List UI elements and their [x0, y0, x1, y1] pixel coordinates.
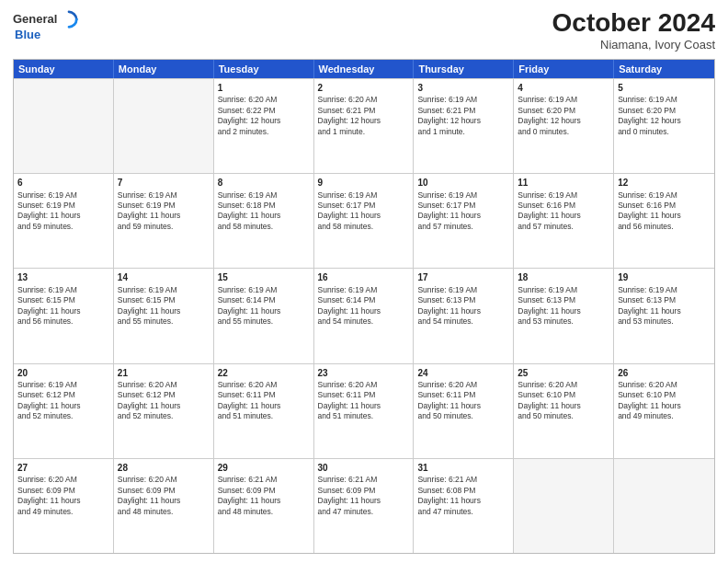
cell-info-line: Daylight: 11 hours: [218, 211, 310, 221]
day-number: 1: [218, 82, 310, 95]
cell-info-line: Daylight: 11 hours: [17, 306, 109, 316]
cell-info-line: and 53 minutes.: [518, 316, 609, 327]
day-number: 13: [17, 271, 109, 284]
calendar-cell: 28Sunrise: 6:20 AMSunset: 6:09 PMDayligh…: [114, 459, 214, 553]
calendar-cell: 25Sunrise: 6:20 AMSunset: 6:10 PMDayligh…: [514, 364, 614, 458]
calendar-cell: [514, 459, 614, 553]
day-number: 20: [17, 367, 109, 380]
calendar-row-0: 1Sunrise: 6:20 AMSunset: 6:22 PMDaylight…: [14, 78, 714, 173]
cell-info-line: Sunset: 6:14 PM: [318, 295, 410, 305]
day-number: 21: [118, 367, 210, 380]
cell-info-line: Daylight: 11 hours: [118, 496, 210, 506]
calendar-cell: 11Sunrise: 6:19 AMSunset: 6:16 PMDayligh…: [514, 174, 614, 268]
calendar-cell: 10Sunrise: 6:19 AMSunset: 6:17 PMDayligh…: [414, 174, 514, 268]
day-number: 27: [17, 462, 109, 475]
cell-info-line: Daylight: 12 hours: [618, 116, 711, 126]
cell-info-line: and 50 minutes.: [518, 411, 609, 421]
day-number: 4: [518, 82, 609, 95]
day-number: 30: [318, 462, 410, 475]
header-cell-monday: Monday: [114, 60, 214, 78]
day-number: 6: [17, 177, 109, 190]
calendar-cell: 8Sunrise: 6:19 AMSunset: 6:18 PMDaylight…: [214, 174, 314, 268]
cell-info-line: Sunset: 6:20 PM: [618, 106, 711, 116]
cell-info-line: Daylight: 11 hours: [417, 496, 509, 506]
cell-info-line: Sunrise: 6:19 AM: [518, 95, 609, 105]
header-cell-friday: Friday: [514, 60, 614, 78]
logo-icon: [59, 9, 79, 29]
header-cell-wednesday: Wednesday: [314, 60, 415, 78]
cell-info-line: and 0 minutes.: [518, 127, 609, 137]
day-number: 24: [417, 367, 509, 380]
cell-info-line: Sunset: 6:14 PM: [218, 295, 310, 305]
cell-info-line: Daylight: 11 hours: [518, 401, 609, 411]
header-cell-saturday: Saturday: [614, 60, 714, 78]
cell-info-line: Daylight: 11 hours: [17, 496, 109, 506]
cell-info-line: Daylight: 11 hours: [17, 401, 109, 411]
cell-info-line: and 53 minutes.: [618, 316, 711, 327]
cell-info-line: and 48 minutes.: [218, 507, 310, 517]
cell-info-line: Sunset: 6:09 PM: [218, 486, 310, 496]
day-number: 25: [518, 367, 609, 380]
cell-info-line: and 49 minutes.: [618, 411, 711, 421]
cell-info-line: Sunrise: 6:19 AM: [618, 95, 711, 105]
calendar-cell: 7Sunrise: 6:19 AMSunset: 6:19 PMDaylight…: [114, 174, 214, 268]
cell-info-line: Sunrise: 6:20 AM: [518, 380, 609, 390]
calendar-cell: 30Sunrise: 6:21 AMSunset: 6:09 PMDayligh…: [314, 459, 415, 553]
cell-info-line: Daylight: 11 hours: [318, 496, 410, 506]
day-number: 17: [417, 271, 509, 284]
cell-info-line: Daylight: 12 hours: [218, 116, 310, 126]
day-number: 3: [417, 82, 509, 95]
cell-info-line: Sunset: 6:21 PM: [318, 106, 410, 116]
logo: General Blue: [13, 9, 79, 42]
calendar-header-row: SundayMondayTuesdayWednesdayThursdayFrid…: [14, 60, 714, 78]
cell-info-line: Sunrise: 6:19 AM: [118, 190, 210, 201]
cell-info-line: Daylight: 11 hours: [417, 306, 509, 316]
cell-info-line: Daylight: 11 hours: [318, 401, 410, 411]
cell-info-line: Daylight: 11 hours: [17, 211, 109, 221]
calendar-cell: 6Sunrise: 6:19 AMSunset: 6:19 PMDaylight…: [14, 174, 114, 268]
cell-info-line: Sunrise: 6:20 AM: [17, 475, 109, 485]
cell-info-line: Sunrise: 6:19 AM: [17, 380, 109, 390]
calendar-cell: 16Sunrise: 6:19 AMSunset: 6:14 PMDayligh…: [314, 269, 415, 362]
cell-info-line: Sunset: 6:08 PM: [417, 486, 509, 496]
day-number: 29: [218, 462, 310, 475]
cell-info-line: Daylight: 12 hours: [318, 116, 410, 126]
calendar-cell: 4Sunrise: 6:19 AMSunset: 6:20 PMDaylight…: [514, 79, 614, 173]
day-number: 11: [518, 177, 609, 190]
header-cell-tuesday: Tuesday: [214, 60, 314, 78]
cell-info-line: Daylight: 12 hours: [518, 116, 609, 126]
cell-info-line: Sunset: 6:15 PM: [17, 295, 109, 305]
cell-info-line: and 56 minutes.: [17, 316, 109, 327]
cell-info-line: Sunrise: 6:19 AM: [17, 285, 109, 295]
cell-info-line: Sunset: 6:18 PM: [218, 201, 310, 211]
cell-info-line: Sunset: 6:13 PM: [417, 295, 509, 305]
cell-info-line: Sunset: 6:17 PM: [318, 201, 410, 211]
calendar-cell: 29Sunrise: 6:21 AMSunset: 6:09 PMDayligh…: [214, 459, 314, 553]
cell-info-line: and 2 minutes.: [218, 127, 310, 137]
calendar-cell: 2Sunrise: 6:20 AMSunset: 6:21 PMDaylight…: [314, 79, 415, 173]
cell-info-line: Daylight: 11 hours: [618, 306, 711, 316]
calendar-cell: 31Sunrise: 6:21 AMSunset: 6:08 PMDayligh…: [414, 459, 514, 553]
cell-info-line: Sunrise: 6:20 AM: [318, 380, 410, 390]
calendar-cell: 18Sunrise: 6:19 AMSunset: 6:13 PMDayligh…: [514, 269, 614, 362]
calendar-cell: 1Sunrise: 6:20 AMSunset: 6:22 PMDaylight…: [214, 79, 314, 173]
calendar-cell: 14Sunrise: 6:19 AMSunset: 6:15 PMDayligh…: [114, 269, 214, 362]
logo-general-text: General: [13, 12, 57, 27]
cell-info-line: Daylight: 11 hours: [218, 401, 310, 411]
calendar-cell: 3Sunrise: 6:19 AMSunset: 6:21 PMDaylight…: [414, 79, 514, 173]
title-block: October 2024 Niamana, Ivory Coast: [552, 9, 715, 52]
cell-info-line: Sunset: 6:19 PM: [118, 201, 210, 211]
calendar: SundayMondayTuesdayWednesdayThursdayFrid…: [13, 59, 715, 554]
cell-info-line: and 54 minutes.: [417, 316, 509, 327]
cell-info-line: Sunset: 6:12 PM: [118, 390, 210, 400]
cell-info-line: and 59 minutes.: [17, 222, 109, 232]
cell-info-line: and 0 minutes.: [618, 127, 711, 137]
cell-info-line: Sunset: 6:17 PM: [417, 201, 509, 211]
cell-info-line: Sunrise: 6:19 AM: [417, 285, 509, 295]
cell-info-line: Sunrise: 6:19 AM: [417, 95, 509, 105]
calendar-cell: 17Sunrise: 6:19 AMSunset: 6:13 PMDayligh…: [414, 269, 514, 362]
calendar-cell: [614, 459, 714, 553]
day-number: 2: [318, 82, 410, 95]
calendar-cell: 20Sunrise: 6:19 AMSunset: 6:12 PMDayligh…: [14, 364, 114, 458]
cell-info-line: Daylight: 12 hours: [417, 116, 509, 126]
